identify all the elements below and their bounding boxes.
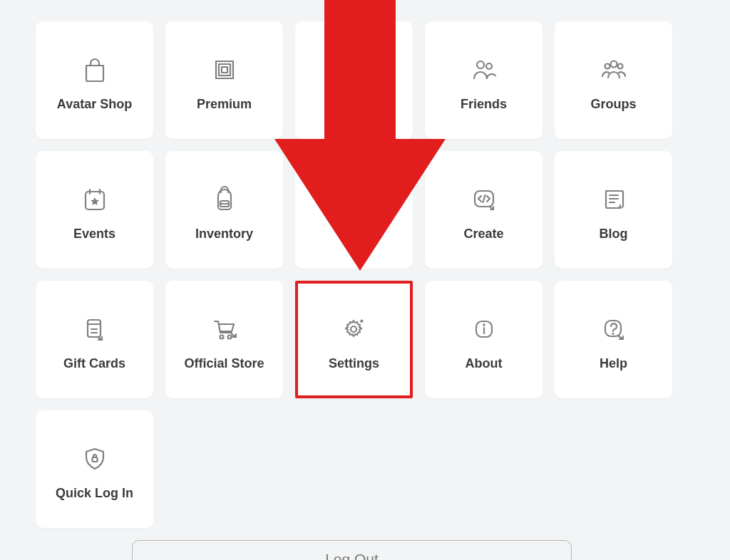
svg-point-6 bbox=[610, 61, 617, 68]
tile-my-feed[interactable]: M bbox=[295, 151, 413, 269]
tile-groups[interactable]: Groups bbox=[555, 21, 672, 139]
tile-inventory[interactable]: Inventory bbox=[165, 151, 283, 269]
tile-label: Help bbox=[600, 356, 627, 371]
friends-icon bbox=[470, 48, 498, 91]
tile-label: Premium bbox=[197, 97, 252, 112]
tile-messages[interactable] bbox=[295, 21, 413, 139]
shopping-bag-icon bbox=[81, 48, 109, 91]
tile-label: Create bbox=[463, 227, 503, 242]
tile-friends[interactable]: Friends bbox=[425, 21, 543, 139]
svg-point-4 bbox=[477, 61, 484, 68]
svg-point-29 bbox=[351, 326, 356, 332]
svg-line-19 bbox=[483, 195, 485, 202]
feed-icon bbox=[340, 178, 369, 221]
tile-quick-login[interactable]: Quick Log In bbox=[36, 410, 153, 528]
tile-avatar-shop[interactable]: Avatar Shop bbox=[36, 21, 153, 139]
svg-point-27 bbox=[220, 336, 223, 339]
tile-label: Avatar Shop bbox=[57, 97, 132, 112]
svg-point-8 bbox=[617, 64, 622, 69]
tile-gift-cards[interactable]: Gift Cards bbox=[36, 281, 153, 398]
tile-label: About bbox=[466, 356, 503, 371]
tile-label: Friends bbox=[461, 97, 507, 112]
tile-label: Groups bbox=[590, 97, 636, 112]
tile-label: Settings bbox=[329, 356, 379, 371]
blog-icon bbox=[600, 178, 628, 221]
svg-rect-3 bbox=[345, 71, 364, 85]
tile-about[interactable]: About bbox=[425, 281, 543, 398]
svg-point-5 bbox=[486, 63, 492, 69]
code-icon bbox=[470, 178, 498, 221]
tile-blog[interactable]: Blog bbox=[555, 151, 672, 269]
tile-label: Quick Log In bbox=[56, 486, 133, 501]
logout-label: Log Out bbox=[325, 551, 379, 560]
svg-point-34 bbox=[612, 333, 614, 335]
lock-shield-icon bbox=[81, 437, 109, 480]
svg-point-28 bbox=[227, 336, 231, 339]
tile-label: Official Store bbox=[184, 356, 264, 371]
calendar-star-icon bbox=[81, 178, 109, 221]
tile-help[interactable]: Help bbox=[555, 281, 672, 398]
tile-settings[interactable]: Settings bbox=[295, 281, 413, 398]
premium-icon bbox=[210, 48, 239, 91]
svg-rect-1 bbox=[219, 64, 230, 76]
menu-grid: Avatar Shop Premium bbox=[0, 0, 730, 528]
help-icon bbox=[600, 308, 628, 351]
tile-label: Blog bbox=[600, 227, 628, 242]
svg-rect-2 bbox=[222, 67, 227, 73]
tile-label: Events bbox=[73, 227, 115, 242]
svg-point-7 bbox=[605, 64, 610, 69]
gear-icon bbox=[340, 308, 369, 351]
logout-button[interactable]: Log Out bbox=[132, 540, 572, 560]
gift-card-icon bbox=[81, 308, 109, 351]
groups-icon bbox=[600, 48, 628, 91]
info-icon bbox=[470, 308, 498, 351]
message-icon bbox=[340, 56, 369, 99]
tile-create[interactable]: Create bbox=[425, 151, 543, 269]
tile-label: Inventory bbox=[195, 227, 253, 242]
tile-label: Gift Cards bbox=[63, 356, 125, 371]
cart-icon bbox=[210, 308, 239, 351]
svg-point-32 bbox=[483, 323, 485, 326]
tile-events[interactable]: Events bbox=[36, 151, 153, 269]
backpack-icon bbox=[210, 178, 239, 221]
tile-label: M bbox=[349, 227, 359, 242]
tile-premium[interactable]: Premium bbox=[165, 21, 283, 139]
tile-official-store[interactable]: Official Store bbox=[165, 281, 283, 398]
